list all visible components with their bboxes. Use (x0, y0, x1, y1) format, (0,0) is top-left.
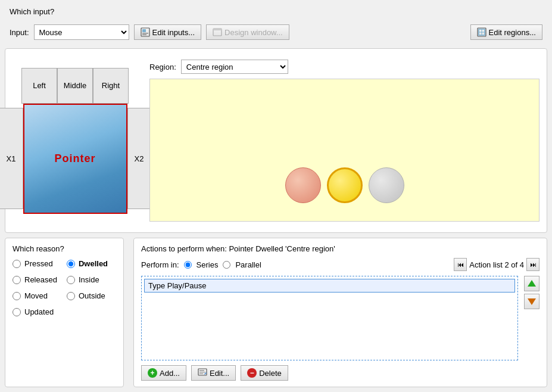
reason-outside-radio[interactable] (67, 292, 75, 300)
edit-icon (198, 368, 207, 378)
bottom-section: Which reason? Pressed Released Moved (5, 238, 547, 387)
region-canvas (149, 79, 539, 222)
mouse-diagram: Left Middle Right X1 Pointer X2 (13, 68, 138, 214)
svg-rect-2 (142, 33, 148, 34)
circle-pink (285, 167, 321, 203)
edit-regions-icon (477, 27, 486, 37)
region-circles (285, 167, 404, 203)
reason-released-radio[interactable] (13, 276, 21, 284)
move-down-button[interactable] (524, 294, 539, 309)
series-label: Series (197, 260, 219, 269)
delete-button[interactable]: − Delete (241, 365, 288, 381)
reason-updated: Updated (13, 307, 57, 316)
mouse-top-buttons: Left Middle Right (21, 68, 129, 104)
circle-yellow (327, 167, 363, 203)
svg-rect-15 (199, 374, 203, 375)
reason-inside: Inside (67, 275, 108, 284)
prev-action-button[interactable]: ⏮ (454, 258, 467, 271)
svg-rect-5 (213, 29, 222, 30)
reason-outside: Outside (67, 291, 108, 300)
reason-outside-label: Outside (79, 291, 105, 300)
reason-pressed-label: Pressed (24, 259, 53, 268)
which-input-label: Which input? (5, 5, 547, 16)
circle-gray (369, 167, 404, 203)
region-header: Region: Centre region Top region Bottom … (149, 60, 539, 74)
reason-moved-radio[interactable] (13, 292, 21, 300)
actions-title: Actions to perform when: Pointer Dwelled… (141, 244, 539, 253)
mouse-left-button[interactable]: Left (21, 68, 57, 104)
edit-inputs-icon (141, 27, 150, 37)
mouse-right-button[interactable]: Right (93, 68, 129, 104)
add-label: Add... (160, 369, 180, 378)
reason-pressed: Pressed (13, 259, 57, 268)
action-item[interactable]: Type Play/Pause (144, 279, 515, 293)
action-list-label: Action list 2 of 4 (469, 260, 524, 269)
reason-dwelled-label: Dwelled (79, 259, 108, 268)
actions-panel: Actions to perform when: Pointer Dwelled… (133, 238, 547, 387)
reasons-col-left: Pressed Released Moved Updated (13, 259, 57, 320)
reason-updated-label: Updated (24, 307, 54, 316)
reason-updated-radio[interactable] (13, 308, 21, 316)
reason-inside-label: Inside (79, 275, 99, 284)
svg-rect-14 (199, 372, 205, 373)
delete-label: Delete (259, 369, 282, 378)
edit-inputs-button[interactable]: Edit inputs... (134, 24, 202, 40)
reason-released: Released (13, 275, 57, 284)
reasons-row: Pressed Released Moved Updated (13, 259, 116, 320)
perform-in-label: Perform in: (141, 260, 179, 269)
mouse-pointer-area[interactable]: Pointer (23, 104, 127, 214)
side-arrows (524, 276, 539, 360)
design-window-label: Design window... (224, 28, 283, 37)
delete-icon: − (247, 368, 257, 378)
parallel-label: Parallel (235, 260, 261, 269)
which-reason-label: Which reason? (13, 244, 116, 253)
edit-regions-label: Edit regions... (489, 28, 537, 37)
mouse-body-row: X1 Pointer X2 (0, 104, 151, 214)
actions-list-box: Type Play/Pause (141, 276, 518, 360)
middle-section: Left Middle Right X1 Pointer X2 (5, 48, 547, 233)
edit-button[interactable]: Edit... (191, 365, 236, 381)
series-radio[interactable] (184, 261, 192, 269)
add-icon: + (148, 368, 157, 378)
mouse-middle-button[interactable]: Middle (57, 68, 93, 104)
add-button[interactable]: + Add... (141, 365, 186, 381)
actions-perform-row: Perform in: Series Parallel ⏮ Action lis… (141, 258, 539, 271)
edit-regions-button[interactable]: Edit regions... (470, 24, 543, 40)
edit-inputs-label: Edit inputs... (152, 28, 195, 37)
reason-dwelled: Dwelled (67, 259, 108, 268)
reason-inside-radio[interactable] (67, 276, 75, 284)
reasons-col-right: Dwelled Inside Outside (67, 259, 108, 320)
svg-marker-11 (528, 298, 536, 305)
action-list-nav: ⏮ Action list 2 of 4 ⏭ (454, 258, 539, 271)
reason-moved: Moved (13, 291, 57, 300)
mouse-x1-button[interactable]: X1 (0, 108, 23, 209)
edit-label: Edit... (210, 369, 229, 378)
design-window-button[interactable]: Design window... (206, 24, 289, 40)
svg-rect-1 (142, 29, 146, 32)
region-panel: Region: Centre region Top region Bottom … (149, 60, 539, 222)
parallel-radio[interactable] (223, 261, 230, 269)
toolbar: Input: Mouse Keyboard Joystick Edit inpu… (5, 21, 547, 43)
input-select[interactable]: Mouse Keyboard Joystick (34, 24, 129, 40)
reason-dwelled-radio[interactable] (67, 260, 75, 268)
svg-rect-3 (142, 35, 146, 36)
reason-pressed-radio[interactable] (13, 260, 21, 268)
design-window-icon (213, 27, 222, 37)
next-action-button[interactable]: ⏭ (526, 258, 539, 271)
region-label: Region: (149, 63, 176, 71)
reasons-panel: Which reason? Pressed Released Moved (5, 238, 124, 387)
reason-released-label: Released (24, 275, 57, 284)
mouse-x2-button[interactable]: X2 (127, 108, 151, 209)
svg-rect-13 (199, 370, 204, 371)
actions-body: Type Play/Pause (141, 276, 539, 360)
input-label: Input: (10, 28, 29, 37)
actions-footer: + Add... Edit... − Delete (141, 365, 539, 381)
svg-marker-10 (528, 280, 536, 287)
reason-moved-label: Moved (24, 291, 48, 300)
move-up-button[interactable] (524, 276, 539, 291)
region-select[interactable]: Centre region Top region Bottom region L… (181, 60, 288, 74)
